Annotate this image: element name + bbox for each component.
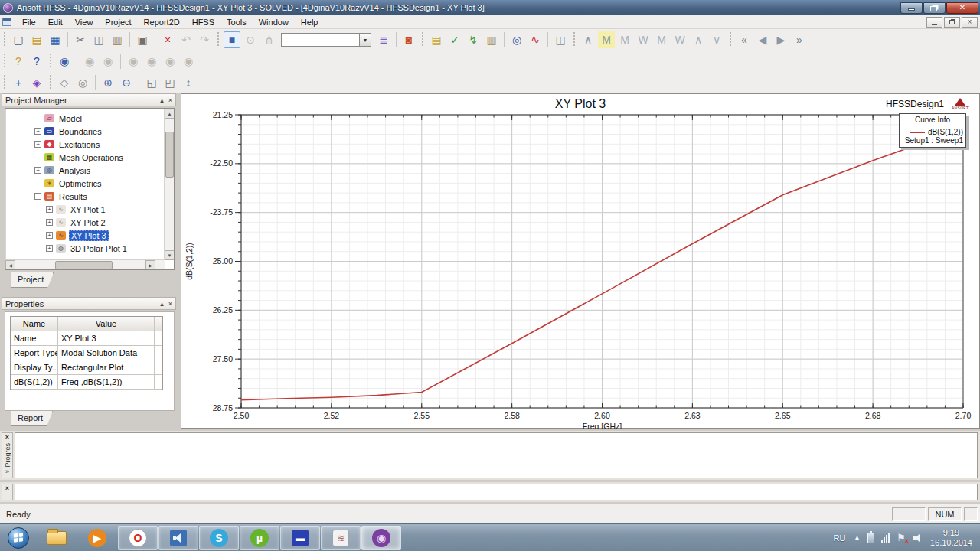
move-icon[interactable]: ＋	[10, 74, 27, 91]
report-notes-icon[interactable]: ▥	[483, 31, 500, 48]
skype-taskbar-button[interactable]: S	[199, 526, 239, 550]
fit-all-icon[interactable]: ◱	[143, 74, 160, 91]
scroll-down-icon[interactable]: ▼	[165, 250, 175, 260]
new-icon[interactable]: ▢	[10, 31, 27, 48]
expand-icon[interactable]: +	[46, 206, 53, 213]
tree-item-optimetrics[interactable]: ∗Optimetrics	[5, 177, 163, 190]
menu-tools[interactable]: Tools	[220, 16, 253, 28]
language-indicator[interactable]: RU	[833, 533, 845, 543]
panel-close-icon[interactable]: ×	[168, 300, 172, 308]
nav-next-icon[interactable]: ▶	[773, 31, 789, 48]
wave-peak-icon[interactable]: ∧	[690, 31, 707, 48]
help-topics-icon[interactable]: ?	[10, 53, 27, 70]
volume-icon[interactable]	[913, 533, 923, 543]
menu-view[interactable]: View	[69, 16, 100, 28]
panel-close-icon[interactable]: ×	[168, 96, 172, 104]
tree-item-xy-plot-3[interactable]: +∿XY Plot 3	[5, 229, 163, 242]
menu-project[interactable]: Project	[99, 16, 137, 28]
tree-item-boundaries[interactable]: +▭Boundaries	[5, 125, 163, 138]
nav-first-icon[interactable]: «	[736, 31, 753, 48]
property-row[interactable]: dB(S(1,2))Freq ,dB(S(1,2))	[11, 375, 162, 390]
save-icon[interactable]: ▦	[47, 31, 64, 48]
menu-hfss[interactable]: HFSS	[186, 16, 220, 28]
fit-selection-icon[interactable]: ◰	[162, 74, 178, 91]
media-player-taskbar-button[interactable]: ▶	[77, 526, 117, 550]
minimize-button[interactable]	[900, 2, 923, 14]
tree-item-results[interactable]: -▤Results	[5, 190, 163, 203]
axes-icon[interactable]: ↕	[180, 74, 197, 91]
mdi-restore-button[interactable]	[944, 17, 960, 28]
chevron-down-icon[interactable]: ▼	[360, 33, 371, 47]
tab-report[interactable]: Report	[11, 411, 53, 426]
tree-item-analysis[interactable]: +◎Analysis	[5, 164, 163, 177]
tray-expand-icon[interactable]: ▲	[853, 533, 861, 542]
tree-item-excitations[interactable]: +◆Excitations	[5, 138, 163, 151]
spin-icon[interactable]: ◎	[74, 74, 91, 91]
tree-item-3d-polar-plot-1[interactable]: +◍3D Polar Plot 1	[5, 242, 163, 255]
property-value[interactable]: Freq ,dB(S(1,2))	[58, 375, 155, 389]
mdi-minimize-button[interactable]	[926, 17, 942, 28]
property-row[interactable]: Report TypeModal Solution Data	[11, 346, 162, 360]
scroll-right-icon[interactable]: ▶	[145, 260, 155, 270]
start-button[interactable]	[8, 527, 29, 549]
restore-button[interactable]	[923, 2, 946, 14]
tree-vertical-scrollbar[interactable]: ▲ ▼	[164, 109, 174, 260]
progress-close-icon[interactable]: ×	[5, 433, 9, 441]
nav-last-icon[interactable]: »	[791, 31, 808, 48]
property-value[interactable]: Rectangular Plot	[58, 360, 155, 374]
rotate-model-icon[interactable]: ◈	[28, 74, 45, 91]
expand-icon[interactable]: +	[34, 141, 41, 148]
action-center-flag-icon[interactable]: ⚑×	[897, 532, 906, 543]
design-combobox[interactable]: ▼	[281, 33, 371, 47]
analyze-icon[interactable]: ▤	[428, 31, 445, 48]
tree-item-model[interactable]: ▱Model	[5, 112, 163, 125]
opera-taskbar-button[interactable]: O	[118, 526, 158, 550]
menu-file[interactable]: File	[16, 16, 42, 28]
copy-report-icon[interactable]: ◫	[552, 31, 569, 48]
open-icon[interactable]: ▤	[28, 31, 45, 48]
panel-pin-icon[interactable]: ▴	[160, 300, 164, 308]
menu-help[interactable]: Help	[295, 16, 325, 28]
tree-item-mesh-operations[interactable]: ▦Mesh Operations	[5, 151, 163, 164]
list-filter-icon[interactable]: ≣	[375, 31, 392, 48]
property-value[interactable]: XY Plot 3	[58, 331, 155, 345]
utorrent-taskbar-button[interactable]: µ	[240, 526, 279, 550]
copy-icon[interactable]: ◫	[90, 31, 107, 48]
property-value[interactable]: Modal Solution Data	[58, 346, 155, 360]
combo-text[interactable]	[281, 33, 360, 47]
show-visibility-icon[interactable]: ◉	[56, 53, 73, 70]
floppy-taskbar-button[interactable]: ▬	[280, 526, 320, 550]
paste-icon[interactable]: ▥	[109, 31, 126, 48]
solution-type-icon[interactable]: ■	[224, 31, 240, 48]
mdi-close-button[interactable]: ×	[962, 17, 978, 28]
clock[interactable]: 9:19 16.10.2014	[930, 528, 972, 548]
curve-info-legend[interactable]: Curve Info dB(S(1,2)) Setup1 : Sweep1	[899, 113, 966, 148]
wave-bandpass-icon[interactable]: M	[598, 31, 615, 48]
scroll-thumb[interactable]	[55, 261, 113, 269]
tree-item-xy-plot-1[interactable]: +∿XY Plot 1	[5, 203, 163, 216]
help-pointer-icon[interactable]: ?	[28, 53, 45, 70]
nav-prev-icon[interactable]: ◀	[754, 31, 771, 48]
hpc-options-icon[interactable]: ◙	[400, 31, 417, 48]
scroll-up-icon[interactable]: ▲	[165, 109, 175, 119]
close-button[interactable]: ✕	[946, 2, 978, 14]
collapse-icon[interactable]: -	[34, 193, 41, 200]
message-close-icon[interactable]: ×	[5, 484, 9, 492]
zoom-in-icon[interactable]: ⊕	[100, 74, 116, 91]
pan-icon[interactable]: ◇	[56, 74, 73, 91]
results-curve-icon[interactable]: ∿	[527, 31, 544, 48]
progress-chevron-icon[interactable]: »	[5, 468, 9, 475]
tree-horizontal-scrollbar[interactable]: ◀ ▶	[5, 259, 165, 269]
scroll-left-icon[interactable]: ◀	[5, 260, 15, 270]
wave-bandstop-icon[interactable]: W	[635, 31, 652, 48]
expand-icon[interactable]: +	[34, 167, 41, 174]
coil-taskbar-button[interactable]: ≋	[321, 526, 361, 550]
expand-icon[interactable]: +	[34, 128, 41, 135]
menu-edit[interactable]: Edit	[42, 16, 69, 28]
wave-lowpass-icon[interactable]: ∧	[580, 31, 596, 48]
probe-icon[interactable]: ↯	[465, 31, 482, 48]
zoom-magnifier-icon[interactable]: ◎	[508, 31, 525, 48]
menu-window[interactable]: Window	[253, 16, 295, 28]
battery-icon[interactable]	[867, 533, 874, 543]
expand-icon[interactable]: +	[46, 219, 53, 226]
